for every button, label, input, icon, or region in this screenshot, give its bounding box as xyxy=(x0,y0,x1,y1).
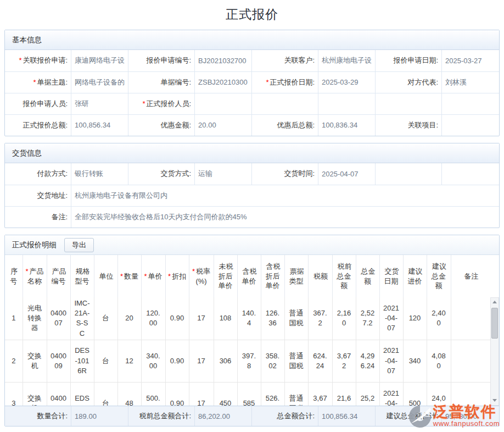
field-value: 杭州康地电子设 xyxy=(318,50,376,71)
field-value: 2025-03-29 xyxy=(318,71,376,93)
field-label xyxy=(252,93,318,114)
table-cell: 340.00 xyxy=(141,340,165,382)
table-cell: 17 xyxy=(189,382,214,406)
field-label xyxy=(376,163,442,185)
table-cell xyxy=(451,382,490,406)
detail-header-table: 序号*产品名称产品编号规格型号单位*数量*单价*折扣*税率(%)未税折后单价含税… xyxy=(5,255,490,297)
column-header: 含税折后单价 xyxy=(261,255,284,297)
table-row: 3交换机040010EDS-316台48500.000.901745058552… xyxy=(5,382,490,406)
table-cell: 交换机 xyxy=(23,340,47,382)
table-cell: 358.02 xyxy=(261,340,284,382)
totals-grid: 数量合计: 189.00 税前总金额合计: 86,202.00 总金额合计: 1… xyxy=(5,406,499,426)
field-label: 单据编号: xyxy=(128,71,195,93)
table-cell: 585 xyxy=(237,382,261,406)
field-value: 100,836.34 xyxy=(318,114,376,136)
detail-table-header: 序号*产品名称产品编号规格型号单位*数量*单价*折扣*税率(%)未税折后单价含税… xyxy=(5,255,490,297)
scroll-up-arrow-icon[interactable] xyxy=(491,298,499,307)
table-cell: 普通国税 xyxy=(284,340,308,382)
table-cell: 17 xyxy=(189,297,214,340)
table-cell: 2,160 xyxy=(332,297,356,340)
table-cell: 624.24 xyxy=(308,340,332,382)
table-cell: IMC-21A-S-SC xyxy=(70,297,94,340)
table-cell: 12 xyxy=(117,340,141,382)
column-header: *数量 xyxy=(117,255,141,297)
table-cell: 120.00 xyxy=(141,297,165,340)
table-cell xyxy=(451,340,490,382)
field-value: 100,856.34 xyxy=(71,114,128,136)
required-star: * xyxy=(25,267,28,275)
table-cell: 450 xyxy=(214,382,237,406)
field-label xyxy=(376,93,442,114)
field-label: 正式报价总额: xyxy=(5,114,71,136)
table-cell: 397.8 xyxy=(237,340,261,382)
field-value: 2025-04-07 xyxy=(318,163,376,185)
column-header: 单位 xyxy=(94,255,117,297)
field-value: 康迪网络电子设 xyxy=(71,50,128,71)
scroll-down-arrow-icon[interactable] xyxy=(491,396,499,405)
required-star: * xyxy=(142,99,145,108)
scrollbar-thumb[interactable] xyxy=(491,308,498,339)
column-header: 建议进价 xyxy=(403,255,427,297)
field-label: 关联项目: xyxy=(376,114,442,136)
table-cell: 普通国税 xyxy=(284,382,308,406)
vertical-scrollbar[interactable] xyxy=(490,297,499,406)
table-cell: 48 xyxy=(117,382,141,406)
table-cell: 20 xyxy=(117,297,141,340)
table-cell: 交换机 xyxy=(23,382,47,406)
table-cell: DES-1016R xyxy=(70,340,94,382)
column-header: 税额 xyxy=(308,255,332,297)
delivery-info-section-title: 交货信息 xyxy=(5,143,499,163)
column-header: *税率(%) xyxy=(189,255,214,297)
table-cell: 0.90 xyxy=(165,297,189,340)
form-row: 交货地址: 杭州康地电子设备有限公司内 xyxy=(5,185,499,206)
column-header: 备注 xyxy=(451,255,490,297)
field-label: 关联客户: xyxy=(252,50,318,71)
field-value: BJ2021032700 xyxy=(195,50,252,71)
export-button[interactable]: 导出 xyxy=(64,238,94,252)
column-header: *折扣 xyxy=(165,255,189,297)
field-value xyxy=(442,163,499,185)
required-star: * xyxy=(266,78,268,86)
table-cell: 光电转换器 xyxy=(23,297,47,340)
table-cell: 3,672 xyxy=(308,382,332,406)
total-label: 税前总金额合计: xyxy=(128,406,195,426)
detail-body-table: 1光电转换器040007IMC-21A-S-SC台20120.000.90171… xyxy=(5,297,490,406)
header-row: 序号*产品名称产品编号规格型号单位*数量*单价*折扣*税率(%)未税折后单价含税… xyxy=(5,255,490,297)
field-label: 对方代表: xyxy=(376,71,442,93)
detail-section-header: 正式报价明细 导出 xyxy=(5,235,499,255)
total-value: 95,780.00 xyxy=(442,406,499,426)
table-cell: 040010 xyxy=(47,382,70,406)
table-cell: 21,600 xyxy=(332,382,356,406)
form-row: 付款方式: 银行转账 交货方式: 运输 交货时间: 2025-04-07 xyxy=(5,163,499,185)
table-cell: 340 xyxy=(403,340,427,382)
table-cell: 367.2 xyxy=(308,297,332,340)
column-header: 总金额 xyxy=(356,255,379,297)
form-row: 报价申请人员: 张研 *正式报价人员: xyxy=(5,93,499,114)
table-cell xyxy=(451,297,490,340)
field-value xyxy=(195,93,252,114)
column-header: 建议总金额 xyxy=(427,255,451,297)
delivery-info-grid: 付款方式: 银行转账 交货方式: 运输 交货时间: 2025-04-07 交货地… xyxy=(5,163,499,228)
form-row: *单据主题: 网络电子设备的 单据编号: ZSBJ20210300 *正式报价日… xyxy=(5,71,499,93)
field-value: 2025-03-27 xyxy=(442,50,499,71)
table-cell: 108 xyxy=(214,297,237,340)
table-cell: 2021-04-07 xyxy=(379,340,403,382)
field-value: 全部安装完毕经验收合格后10天内支付合同价款的45% xyxy=(71,206,499,228)
field-label: *单据主题: xyxy=(5,71,71,93)
field-value: 运输 xyxy=(195,163,252,185)
form-row: 正式报价总额: 100,856.34 优惠金额: 20.00 优惠后总额: 10… xyxy=(5,114,499,136)
column-header: 含税单价 xyxy=(237,255,261,297)
table-cell: 2 xyxy=(5,340,23,382)
field-value: 银行转账 xyxy=(71,163,128,185)
required-star: * xyxy=(192,267,195,275)
table-cell: 040007 xyxy=(47,297,70,340)
total-label: 总金额合计: xyxy=(252,406,318,426)
table-cell: 140.4 xyxy=(237,297,261,340)
table-cell: 2,527.2 xyxy=(356,297,379,340)
total-value: 86,202.00 xyxy=(195,406,252,426)
table-cell: 306 xyxy=(214,340,237,382)
field-label: 付款方式: xyxy=(5,163,71,185)
form-row: *关联报价申请: 康迪网络电子设 报价申请编号: BJ2021032700 关联… xyxy=(5,50,499,71)
field-label: 交货方式: xyxy=(128,163,195,185)
column-header: 规格型号 xyxy=(70,255,94,297)
